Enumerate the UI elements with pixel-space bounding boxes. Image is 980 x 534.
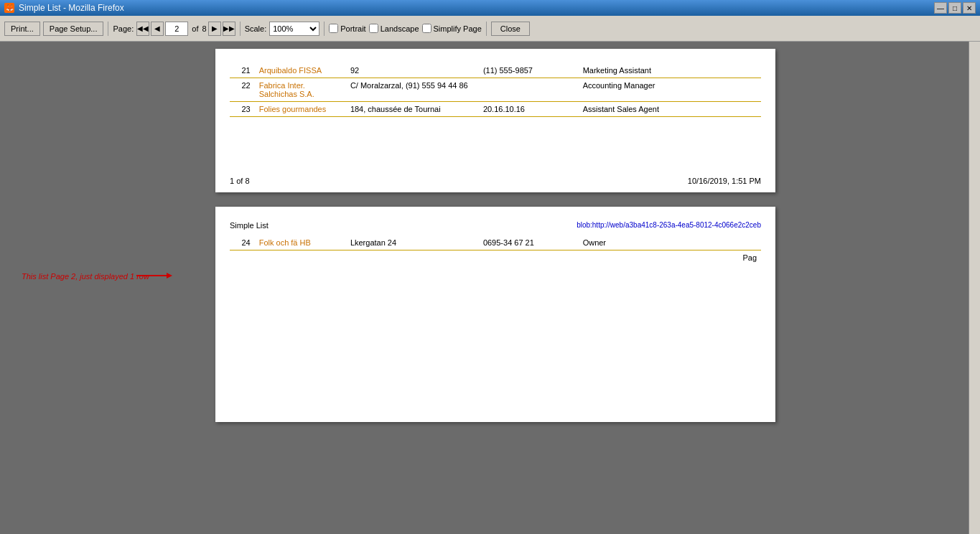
page-footer-right: 10/16/2019, 1:51 PM — [688, 177, 761, 185]
content-area: This list Page 2, just displayed 1 row 2… — [0, 42, 980, 534]
page-url-2: blob:http://web/a3ba41c8-263a-4ea5-8012-… — [577, 221, 761, 230]
toolbar: Print... Page Setup... Page: ◀◀ ◀ of 8 ▶… — [0, 16, 980, 42]
page-footer-left: 1 of 8 — [230, 177, 250, 185]
phone-cell: (11) 555-9857 — [479, 63, 579, 78]
portrait-label: Portrait — [340, 24, 365, 33]
page-number-input[interactable] — [165, 22, 188, 36]
print-page-1: 21 Arquibaldo FISSA 92 (11) 555-9857 Mar… — [215, 49, 775, 192]
close-window-button[interactable]: ✕ — [963, 2, 976, 14]
phone-cell: 20.16.10.16 — [479, 102, 579, 117]
extra-cell — [711, 235, 761, 250]
app-icon: 🦊 — [4, 3, 14, 13]
of-label: of — [190, 24, 200, 33]
table-row: 24 Folk och fä HB Lkergatan 24 0695-34 6… — [230, 235, 761, 250]
maximize-button[interactable]: □ — [948, 2, 961, 14]
title-cell: Assistant Sales Agent — [579, 102, 711, 117]
page-header-info-2: Simple List blob:http://web/a3ba41c8-263… — [230, 221, 761, 230]
minimize-button[interactable]: — — [934, 2, 947, 14]
landscape-option[interactable]: Landscape — [369, 24, 419, 33]
table-row: 23 Folies gourmandes 184, chaussée de To… — [230, 102, 761, 117]
report-table-1: 21 Arquibaldo FISSA 92 (11) 555-9857 Mar… — [230, 63, 761, 117]
next-page-button[interactable]: ▶ — [208, 22, 221, 36]
separator-4 — [486, 22, 487, 36]
portrait-checkbox[interactable] — [329, 24, 338, 33]
extra-cell — [711, 102, 761, 117]
scale-select[interactable]: 100% 75% 125% 150% — [269, 22, 319, 36]
close-button[interactable]: Close — [491, 22, 530, 36]
page-footer-1: 1 of 8 10/16/2019, 1:51 PM — [230, 177, 761, 185]
landscape-checkbox[interactable] — [369, 24, 378, 33]
extra-cell — [711, 63, 761, 78]
portrait-option[interactable]: Portrait — [329, 24, 365, 33]
address-cell: 92 — [346, 63, 479, 78]
row-number: 24 — [230, 235, 255, 250]
first-page-button[interactable]: ◀◀ — [136, 22, 149, 36]
window-title: Simple List - Mozilla Firefox — [19, 3, 124, 13]
total-pages: 8 — [202, 24, 207, 33]
page-title-2: Simple List — [230, 221, 269, 230]
print-page-2: Simple List blob:http://web/a3ba41c8-263… — [215, 207, 775, 422]
separator-1 — [108, 22, 108, 36]
separator-2 — [240, 22, 241, 36]
company-cell: Folies gourmandes — [255, 102, 346, 117]
scale-label: Scale: — [245, 24, 267, 33]
table-row: 22 Fabrica Inter. Salchichas S.A. C/ Mor… — [230, 78, 761, 102]
scrollbar[interactable] — [969, 42, 980, 534]
print-button[interactable]: Print... — [4, 22, 40, 36]
window-controls[interactable]: — □ ✕ — [934, 2, 976, 14]
pages-container[interactable]: 21 Arquibaldo FISSA 92 (11) 555-9857 Mar… — [201, 42, 969, 534]
simplify-page-checkbox[interactable] — [422, 24, 431, 33]
extra-cell — [711, 78, 761, 102]
simplify-page-label: Simplify Page — [434, 24, 482, 33]
separator-3 — [324, 22, 325, 36]
annotation-text: This list Page 2, just displayed 1 row — [22, 271, 149, 282]
svg-marker-1 — [167, 273, 172, 278]
prev-page-button[interactable]: ◀ — [151, 22, 164, 36]
annotation-arrow — [136, 270, 172, 281]
phone-cell: 0695-34 67 21 — [479, 235, 579, 250]
landscape-label: Landscape — [381, 24, 419, 33]
title-bar: 🦊 Simple List - Mozilla Firefox — □ ✕ — [0, 0, 980, 16]
last-page-button[interactable]: ▶▶ — [223, 22, 235, 36]
page-label: Page: — [113, 24, 134, 33]
page-navigation: ◀◀ ◀ of 8 ▶ ▶▶ — [136, 22, 235, 36]
address-cell: C/ Moralzarzal, (91) 555 94 44 86 — [346, 78, 479, 102]
row-number: 22 — [230, 78, 255, 102]
title-cell: Marketing Assistant — [579, 63, 711, 78]
title-cell: Owner — [579, 235, 711, 250]
company-cell: Arquibaldo FISSA — [255, 63, 346, 78]
row-number: 21 — [230, 63, 255, 78]
page-label-2: Pag — [230, 253, 761, 262]
annotation-area: This list Page 2, just displayed 1 row — [0, 42, 201, 534]
address-cell: 184, chaussée de Tournai — [346, 102, 479, 117]
phone-cell — [479, 78, 579, 102]
annotation-label: This list Page 2, just displayed 1 row — [22, 272, 149, 281]
page-label-text: Pag — [742, 253, 757, 262]
table-row: 21 Arquibaldo FISSA 92 (11) 555-9857 Mar… — [230, 63, 761, 78]
simplify-page-option[interactable]: Simplify Page — [422, 24, 482, 33]
report-table-2: 24 Folk och fä HB Lkergatan 24 0695-34 6… — [230, 235, 761, 250]
row-number: 23 — [230, 102, 255, 117]
address-cell: Lkergatan 24 — [346, 235, 479, 250]
company-cell: Folk och fä HB — [255, 235, 346, 250]
company-cell: Fabrica Inter. Salchichas S.A. — [255, 78, 346, 102]
page-setup-button[interactable]: Page Setup... — [43, 22, 104, 36]
title-cell: Accounting Manager — [579, 78, 711, 102]
